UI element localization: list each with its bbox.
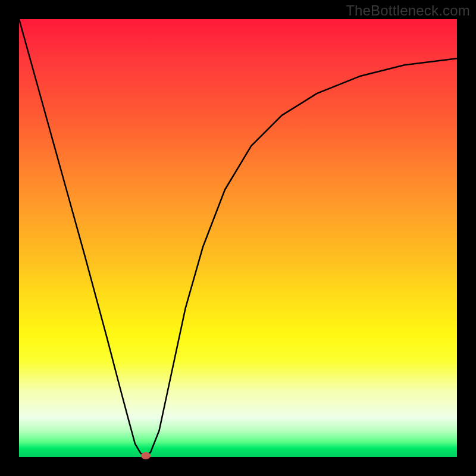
- min-marker: [141, 452, 151, 459]
- bottleneck-curve: [19, 19, 457, 455]
- curve-svg: [19, 19, 457, 457]
- chart-frame: TheBottleneck.com: [0, 0, 476, 476]
- watermark-text: TheBottleneck.com: [346, 2, 470, 19]
